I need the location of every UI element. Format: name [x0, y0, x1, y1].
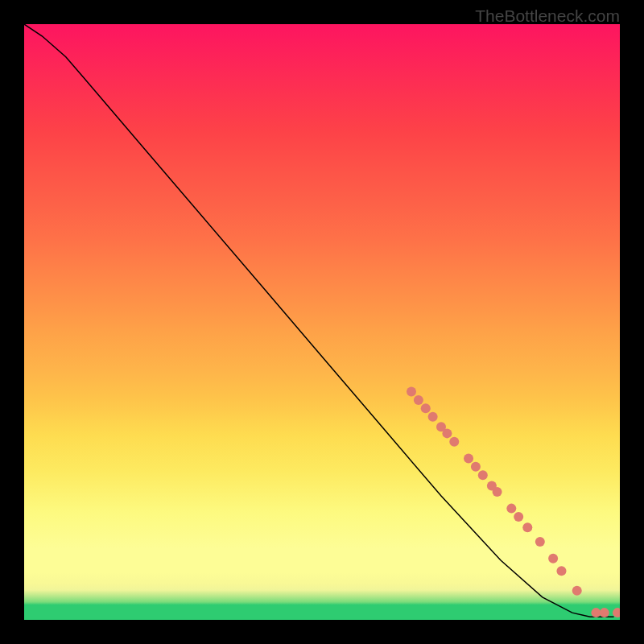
- watermark-text: TheBottleneck.com: [475, 6, 620, 26]
- data-marker: [442, 428, 452, 438]
- data-marker: [535, 537, 545, 547]
- data-marker: [421, 403, 431, 413]
- data-marker: [464, 453, 473, 463]
- data-marker: [414, 395, 423, 405]
- data-marker: [600, 608, 609, 617]
- chart-container: TheBottleneck.com: [0, 0, 644, 644]
- data-marker: [478, 470, 488, 480]
- data-marker: [548, 554, 558, 564]
- data-marker: [449, 437, 459, 447]
- data-marker: [591, 608, 601, 617]
- chart-svg: [24, 24, 620, 620]
- data-markers: [407, 387, 620, 618]
- data-marker: [428, 412, 438, 422]
- data-marker: [471, 462, 481, 472]
- data-marker: [522, 522, 532, 532]
- data-marker: [514, 512, 523, 522]
- data-marker: [407, 387, 416, 397]
- data-marker: [493, 487, 502, 497]
- data-marker: [506, 504, 516, 514]
- data-marker: [572, 586, 582, 596]
- data-marker: [556, 566, 566, 576]
